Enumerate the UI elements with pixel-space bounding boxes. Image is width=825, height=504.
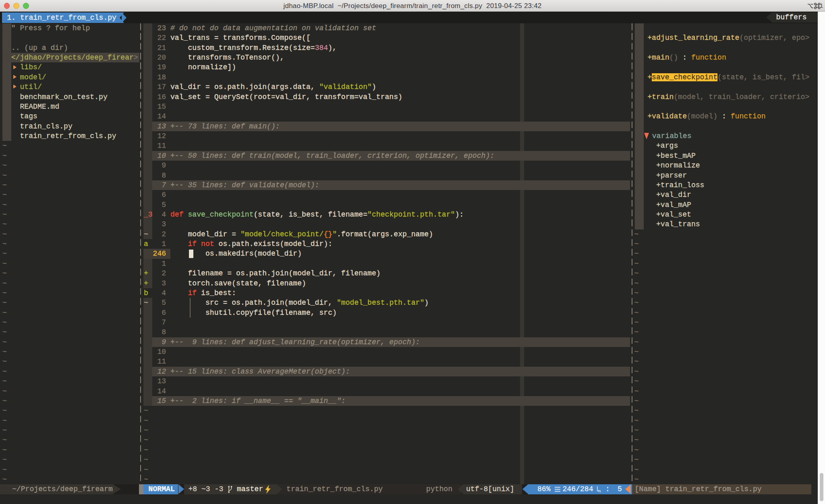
svg-text:N: N	[598, 489, 601, 493]
